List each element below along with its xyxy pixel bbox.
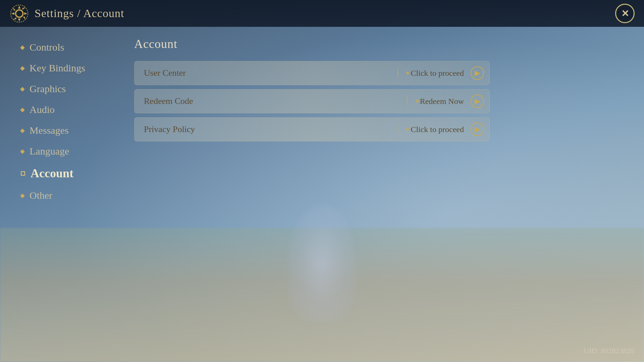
- star-icon: ✦: [405, 69, 411, 77]
- bullet-icon: ◇: [18, 168, 28, 178]
- option-action-label: Click to proceed: [411, 125, 471, 134]
- sidebar-item-label: Other: [30, 190, 52, 201]
- sidebar-item-messages[interactable]: ◆Messages: [20, 120, 114, 141]
- option-row-user-center[interactable]: User Center✦Click to proceed▶: [134, 61, 490, 85]
- sidebar-item-language[interactable]: ◆Language: [20, 141, 114, 162]
- sidebar-item-graphics[interactable]: ◆Graphics: [20, 78, 114, 99]
- close-button[interactable]: ✕: [615, 4, 635, 23]
- uid-label: UID: 802823820: [584, 347, 634, 355]
- option-arrow-icon: ▶: [471, 66, 484, 80]
- sidebar-item-label: Messages: [30, 125, 69, 136]
- sidebar-item-audio[interactable]: ◆Audio: [20, 99, 114, 120]
- bullet-icon: ◆: [20, 147, 25, 155]
- sidebar-item-label: Key Bindings: [30, 62, 85, 74]
- content-area: Account User Center✦Click to proceed▶Red…: [114, 27, 644, 362]
- sidebar-item-label: Audio: [30, 104, 55, 115]
- option-action-label: Click to proceed: [411, 69, 471, 78]
- bullet-icon: ◆: [20, 192, 25, 199]
- bullet-icon: ◆: [20, 85, 25, 93]
- sidebar-item-key-bindings[interactable]: ◆Key Bindings: [20, 58, 114, 78]
- option-arrow-icon: ▶: [471, 95, 484, 108]
- bullet-icon: ◆: [20, 44, 25, 51]
- header-title: Settings / Account: [35, 7, 124, 20]
- sidebar-item-label: Controls: [30, 42, 64, 53]
- option-row-redeem-code[interactable]: Redeem Code✦Redeem Now▶: [134, 89, 490, 113]
- bullet-icon: ◆: [20, 106, 25, 113]
- option-action-label: Redeem Now: [420, 97, 471, 106]
- sidebar: ◆Controls◆Key Bindings◆Graphics◆Audio◆Me…: [0, 27, 114, 362]
- sidebar-item-label: Graphics: [30, 83, 66, 95]
- sidebar-item-label: Language: [30, 145, 69, 157]
- sidebar-item-account[interactable]: ◇Account: [20, 162, 114, 185]
- option-arrow-icon: ▶: [471, 123, 484, 136]
- option-divider: [397, 123, 398, 136]
- star-icon: ✦: [405, 125, 411, 133]
- option-label: Redeem Code: [135, 96, 400, 106]
- option-row-privacy-policy[interactable]: Privacy Policy✦Click to proceed▶: [134, 117, 490, 141]
- main-content: ◆Controls◆Key Bindings◆Graphics◆Audio◆Me…: [0, 27, 644, 362]
- option-label: User Center: [135, 68, 391, 78]
- bullet-icon: ◆: [20, 127, 25, 134]
- svg-point-0: [16, 10, 23, 17]
- section-title: Account: [134, 37, 624, 51]
- star-icon: ✦: [414, 97, 420, 105]
- option-label: Privacy Policy: [135, 124, 391, 134]
- option-divider: [407, 95, 408, 108]
- sidebar-item-other[interactable]: ◆Other: [20, 185, 114, 206]
- header-bar: Settings / Account ✕: [0, 0, 644, 27]
- option-divider: [397, 66, 398, 80]
- sidebar-item-controls[interactable]: ◆Controls: [20, 37, 114, 58]
- gear-icon: [10, 4, 29, 23]
- sidebar-item-label: Account: [31, 166, 73, 180]
- bullet-icon: ◆: [20, 64, 25, 72]
